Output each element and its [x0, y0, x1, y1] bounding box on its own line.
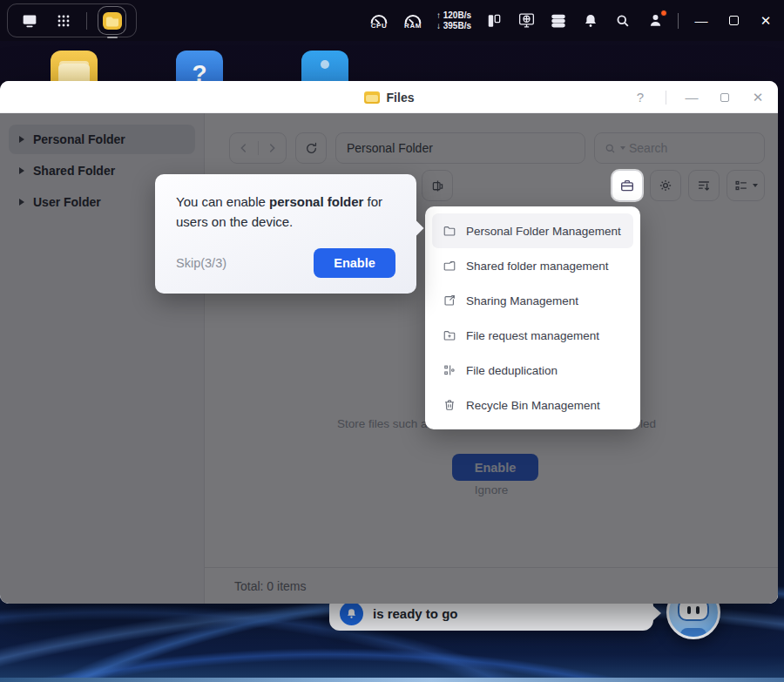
folder-management-menu: Personal Folder Management Shared folder…: [425, 206, 640, 429]
menu-item-sharing-management[interactable]: Sharing Management: [432, 283, 633, 318]
notifications-bell-icon[interactable]: [581, 11, 600, 30]
network-speed[interactable]: ↑ 120B/s ↓ 395B/s: [436, 10, 471, 30]
ram-label: RAM: [404, 23, 422, 30]
folder-management-button[interactable]: [612, 170, 643, 201]
os-maximize-button[interactable]: [724, 11, 743, 30]
ram-gauge[interactable]: RAM: [402, 12, 423, 30]
panes-widget-icon[interactable]: [484, 11, 504, 30]
menu-item-file-request-management[interactable]: File request management: [432, 318, 633, 353]
cpu-label: CPU: [371, 23, 387, 30]
system-tray: CPU RAM ↑ 120B/s ↓ 395B/s: [368, 0, 775, 41]
bell-badge-icon: [340, 602, 363, 625]
window-minimize-button[interactable]: —: [684, 90, 700, 105]
tooltip-text: You can enable personal folder for users…: [176, 192, 395, 232]
desktop-button[interactable]: [18, 10, 41, 32]
storage-server-icon[interactable]: [549, 11, 568, 30]
download-speed: 395B/s: [443, 21, 471, 30]
notification-dot: [660, 10, 667, 17]
skip-link[interactable]: Skip(3/3): [176, 256, 226, 270]
files-window: Files ? — ✕ Personal Folder Shared Folde…: [0, 81, 778, 604]
dock-divider: [86, 12, 87, 30]
os-close-button[interactable]: ✕: [756, 11, 775, 30]
briefcase-icon: [619, 178, 635, 193]
search-icon[interactable]: [613, 11, 632, 30]
titlebar-separator: [666, 91, 666, 105]
tour-tooltip: You can enable personal folder for users…: [155, 174, 416, 294]
trash-icon: [442, 398, 456, 412]
wallpaper-glow-strip: [0, 678, 784, 682]
window-title: Files: [387, 91, 415, 105]
upload-speed: 120B/s: [443, 10, 471, 20]
menu-item-file-deduplication[interactable]: File deduplication: [432, 353, 633, 388]
taskbar-files-app-icon[interactable]: [98, 7, 125, 34]
folder-plus-icon: [442, 328, 456, 342]
menu-item-recycle-bin-management[interactable]: Recycle Bin Management: [432, 388, 633, 422]
os-minimize-button[interactable]: —: [692, 11, 711, 30]
files-titlebar[interactable]: Files ? — ✕: [0, 81, 778, 113]
window-maximize-button[interactable]: [717, 90, 733, 105]
folder-icon: [442, 224, 456, 238]
tooltip-enable-button[interactable]: Enable: [314, 248, 395, 278]
user-account-icon[interactable]: [645, 11, 665, 30]
desktop-screen: ? is ready to go: [0, 0, 784, 682]
window-close-button[interactable]: ✕: [750, 90, 766, 105]
deduplication-icon: [442, 363, 456, 377]
menu-item-personal-folder-management[interactable]: Personal Folder Management: [432, 213, 633, 248]
shared-folder-icon: [442, 259, 456, 273]
toast-text: is ready to go: [373, 606, 458, 621]
app-launcher-grid-icon[interactable]: [52, 10, 75, 32]
download-arrow-icon: ↓: [436, 21, 441, 30]
mascot-body: [680, 628, 706, 639]
share-icon: [442, 294, 456, 307]
files-app-icon: [364, 91, 380, 104]
cpu-gauge[interactable]: CPU: [368, 12, 389, 30]
remote-desktop-icon[interactable]: [517, 11, 536, 30]
menu-item-shared-folder-management[interactable]: Shared folder management: [432, 248, 633, 283]
taskbar-dock: [7, 3, 137, 37]
tray-separator: [678, 13, 679, 29]
upload-arrow-icon: ↑: [436, 10, 441, 20]
help-button[interactable]: ?: [632, 90, 648, 105]
os-topbar: CPU RAM ↑ 120B/s ↓ 395B/s: [0, 0, 784, 41]
